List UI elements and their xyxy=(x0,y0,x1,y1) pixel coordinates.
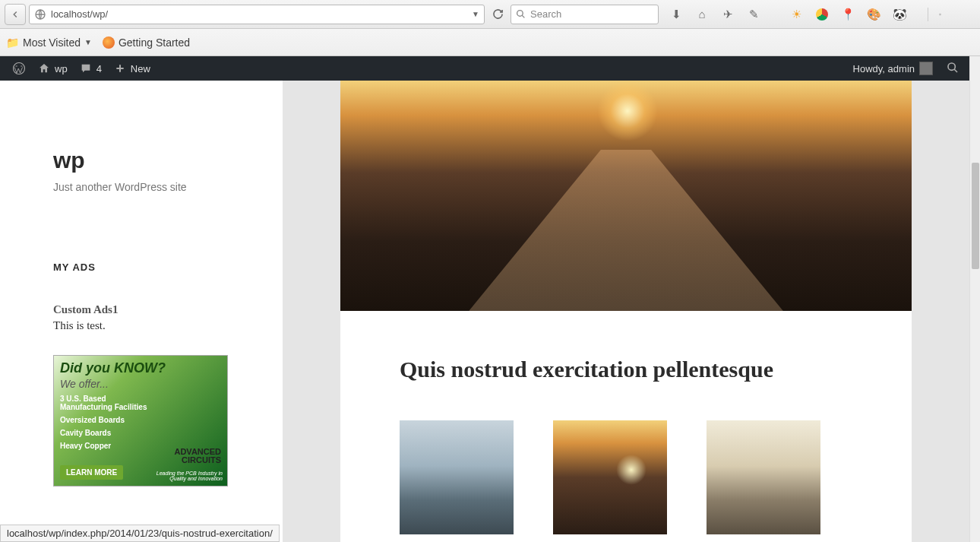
browser-toolbar: localhost/wp/ ▼ Search ⬇ ⌂ ✈ ✎ ☀ 📍 🎨 🐼 xyxy=(0,0,980,29)
ad-line: Cavity Boards xyxy=(60,429,221,437)
search-bar[interactable]: Search xyxy=(511,5,659,24)
account-button[interactable]: Howdy, admin xyxy=(847,56,939,81)
wp-adminbar: wp 4 New Howdy, admin xyxy=(0,56,969,81)
url-text: localhost/wp/ xyxy=(51,8,108,20)
article-title[interactable]: Quis nostrud exercitation pellentesque xyxy=(400,357,852,382)
thumbnail-image[interactable] xyxy=(553,420,667,534)
scrollbar-thumb[interactable] xyxy=(972,163,979,269)
pin-icon[interactable]: 📍 xyxy=(841,8,855,21)
ad-tagline: Leading the PCB Industry in Quality and … xyxy=(147,471,223,481)
download-icon[interactable]: ⬇ xyxy=(669,8,683,21)
eyedropper-icon[interactable]: ✎ xyxy=(747,8,760,21)
viewport: wp 4 New Howdy, admin wp Just another Wo… xyxy=(0,56,980,542)
search-icon xyxy=(947,62,959,74)
adminbar-search-button[interactable] xyxy=(942,62,963,76)
thumbnail-row xyxy=(400,420,852,534)
comments-count: 4 xyxy=(96,63,102,74)
reload-button[interactable] xyxy=(488,5,507,24)
weather-icon[interactable]: ☀ xyxy=(789,8,803,21)
menu-icon[interactable] xyxy=(928,8,941,21)
ad-logo: ADVANCEDCIRCUITS xyxy=(174,448,221,464)
chrome-ext-icon[interactable] xyxy=(815,8,829,21)
bookmark-label: Most Visited xyxy=(23,36,81,49)
url-bar[interactable]: localhost/wp/ ▼ xyxy=(29,5,485,24)
reload-icon xyxy=(492,8,504,20)
site-title[interactable]: wp xyxy=(53,147,260,173)
chevron-down-icon: ▼ xyxy=(84,38,92,46)
status-bar: localhost/wp/index.php/2014/01/23/quis-n… xyxy=(0,525,280,542)
ad-subhead: We offer... xyxy=(60,378,221,390)
back-button[interactable] xyxy=(5,4,26,25)
site-name-button[interactable]: wp xyxy=(32,56,74,81)
svg-point-1 xyxy=(517,11,523,17)
new-label: New xyxy=(131,63,150,74)
svg-point-3 xyxy=(948,63,955,70)
scrollbar[interactable] xyxy=(969,56,980,542)
wp-logo-button[interactable] xyxy=(6,56,32,81)
bookmark-getting-started[interactable]: Getting Started xyxy=(103,36,190,49)
comments-button[interactable]: 4 xyxy=(74,56,108,81)
bookmark-most-visited[interactable]: 📁 Most Visited ▼ xyxy=(6,36,92,49)
url-dropdown-icon[interactable]: ▼ xyxy=(472,10,479,18)
article: Quis nostrud exercitation pellentesque xyxy=(340,311,912,542)
folder-icon: 📁 xyxy=(6,36,19,49)
send-icon[interactable]: ✈ xyxy=(721,8,735,21)
hero-road-overlay xyxy=(469,150,783,311)
toolbar-icons: ⬇ ⌂ ✈ ✎ ☀ 📍 🎨 🐼 xyxy=(669,8,941,21)
thumbnail-image[interactable] xyxy=(707,420,820,534)
palette-icon[interactable]: 🎨 xyxy=(867,8,880,21)
site-name: wp xyxy=(55,63,68,74)
new-button[interactable]: New xyxy=(108,56,156,81)
content: Quis nostrud exercitation pellentesque xyxy=(283,81,969,542)
tagline: Just another WordPress site xyxy=(53,181,260,193)
bookmark-label: Getting Started xyxy=(119,36,190,49)
thumbnail-image[interactable] xyxy=(400,420,514,534)
bookmarks-bar: 📁 Most Visited ▼ Getting Started xyxy=(0,29,980,56)
arrow-left-icon xyxy=(10,9,21,20)
ad-line: 3 U.S. Based xyxy=(60,395,221,403)
ad-line: Oversized Boards xyxy=(60,416,221,424)
greeting-text: Howdy, admin xyxy=(853,63,915,74)
wordpress-icon xyxy=(12,62,26,75)
home-icon[interactable]: ⌂ xyxy=(695,8,709,21)
search-icon xyxy=(516,9,526,19)
ad-banner[interactable]: Did you KNOW? We offer... 3 U.S. Based M… xyxy=(53,355,228,487)
page: wp Just another WordPress site MY ADS Cu… xyxy=(0,81,969,542)
firefox-icon xyxy=(103,36,115,49)
hero-image[interactable] xyxy=(340,81,912,311)
widget-title: MY ADS xyxy=(53,261,260,273)
panda-icon[interactable]: 🐼 xyxy=(893,8,906,21)
ad-line: Manufacturing Facilities xyxy=(60,403,221,411)
ad-headline: Did you KNOW? xyxy=(60,360,221,376)
avatar xyxy=(919,62,933,75)
ad-title: Custom Ads1 xyxy=(53,303,260,316)
home-icon xyxy=(38,62,50,74)
plus-icon xyxy=(114,62,126,74)
divider-icon xyxy=(773,8,777,21)
comment-icon xyxy=(80,62,92,74)
adminbar-right: Howdy, admin xyxy=(847,56,963,81)
ad-text: This is test. xyxy=(53,319,260,332)
globe-icon xyxy=(34,8,46,21)
sidebar: wp Just another WordPress site MY ADS Cu… xyxy=(0,81,283,542)
ad-cta-button[interactable]: LEARN MORE xyxy=(60,465,123,480)
search-placeholder: Search xyxy=(530,8,561,20)
